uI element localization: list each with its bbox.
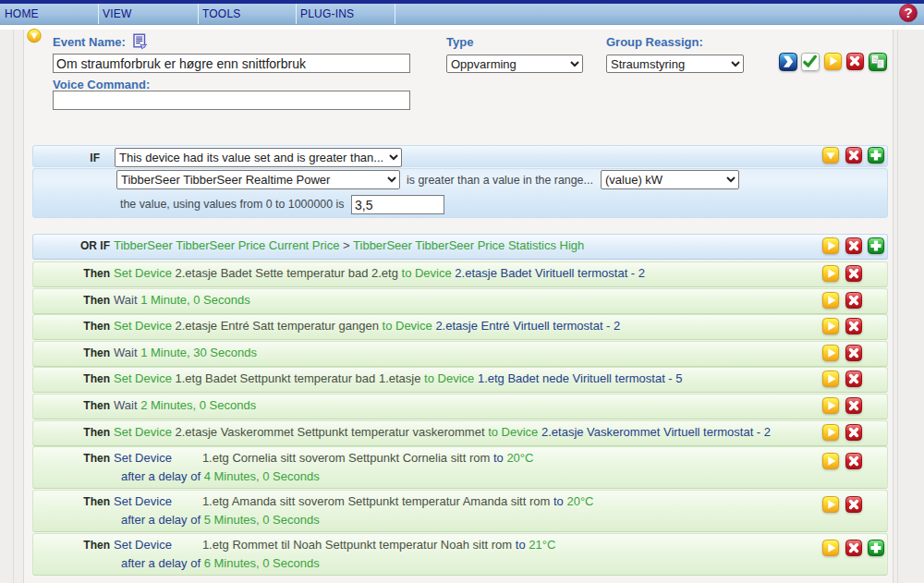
svg-text:?: ? [904, 5, 912, 20]
